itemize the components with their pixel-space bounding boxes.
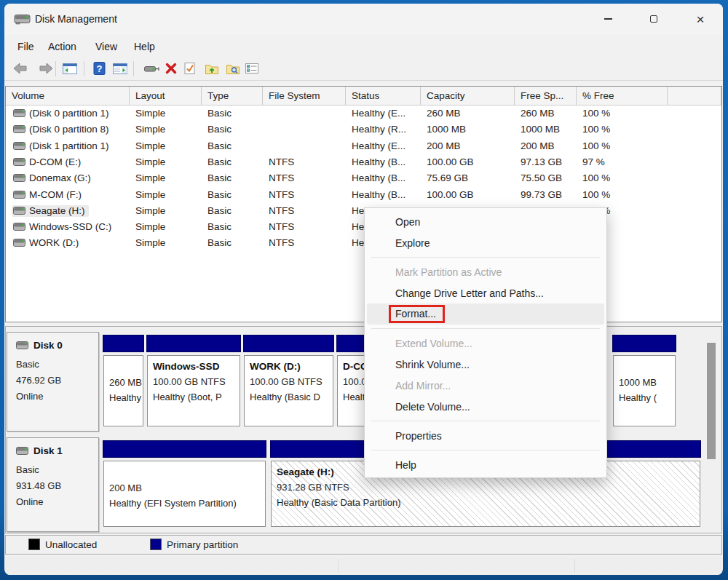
action-pane-toolbar-button[interactable] [111,59,130,78]
partition-info-line: 1000 MB [619,375,670,390]
folder-up-toolbar-button[interactable] [202,59,221,78]
column-header-file-system[interactable]: File System [263,87,346,105]
context-menu-item-label: Help [395,459,416,471]
partition-info-line: Healthy (Boot, P [153,389,234,405]
maximize-button[interactable] [638,7,669,31]
cell-layout: Simple [130,106,202,122]
cell-type: Basic [202,106,263,122]
drive-icon [13,207,25,215]
context-menu-item-help[interactable]: Help [367,454,604,475]
cell-blank [668,138,721,154]
column-header-volume[interactable]: Volume [6,87,130,105]
delete-toolbar-button[interactable] [162,59,181,78]
device-properties-toolbar-button[interactable] [142,59,161,78]
volume-name-wrap: WORK (D:) [12,237,82,249]
folder-search-toolbar-button[interactable] [223,59,242,78]
column-header-type[interactable]: Type [202,87,263,105]
menu-file[interactable]: File [13,39,39,54]
column-header-layout[interactable]: Layout [130,87,202,105]
context-menu-item-label: Add Mirror... [395,380,451,392]
list-properties-toolbar-button[interactable] [242,59,261,78]
table-row[interactable]: D-COM (E:)SimpleBasicNTFSHealthy (B...10… [6,154,721,170]
context-menu-item-properties[interactable]: Properties [367,425,604,446]
vertical-scrollbar-thumb[interactable] [707,343,716,459]
partition-block[interactable]: Windows-SSD100.00 GB NTFSHealthy (Boot, … [146,332,241,432]
partition-body: WORK (D:)100.00 GB NTFSHealthy (Basic D [244,355,333,426]
table-row[interactable]: (Disk 0 partition 8)SimpleBasicHealthy (… [6,122,721,138]
toolbar-separator [55,61,56,76]
help-toolbar-button[interactable]: ? [90,59,108,78]
delete-icon [165,62,178,75]
cell-layout: Simple [130,203,202,219]
column-header-status[interactable]: Status [346,87,421,105]
disk-label-disk-1[interactable]: Disk 1Basic931.48 GBOnline [7,437,99,532]
disk-state: Online [16,494,98,510]
disk-icon [16,341,28,349]
cell-type: Basic [202,170,263,186]
cell-type: Basic [202,235,263,251]
partition-block[interactable]: 200 MBHealthy (EFI System Partition) [103,437,266,532]
legend-label: Unallocated [45,539,97,550]
context-menu-separator [365,325,606,333]
context-menu-separator [365,417,606,425]
cell-pct: 100 % [577,106,668,122]
cell-fs: NTFS [263,154,346,170]
cell-blank [668,219,721,235]
toolbar-separator [84,61,84,76]
cell-blank [668,170,721,186]
cell-layout: Simple [130,187,202,203]
partition-block[interactable]: WORK (D:)100.00 GB NTFSHealthy (Basic D [243,332,334,432]
table-row[interactable]: (Disk 0 partition 1)SimpleBasicHealthy (… [6,106,721,122]
partition-info-line: Healthy ( [619,390,670,405]
menu-view[interactable]: View [91,39,122,54]
forward-arrow-toolbar-button[interactable] [36,59,55,78]
table-row[interactable]: M-COM (F:)SimpleBasicNTFSHealthy (B...10… [6,187,721,203]
table-row[interactable]: (Disk 1 partition 1)SimpleBasicHealthy (… [6,138,721,154]
title-bar: Disk Management × [4,4,723,35]
partition-info-line: 260 MB [109,375,138,390]
column-header-label: Layout [135,90,165,101]
close-button[interactable]: × [685,7,716,31]
cell-volume: WORK (D:) [6,235,130,251]
volume-name-wrap: Windows-SSD (C:) [12,221,115,233]
check-document-toolbar-button[interactable] [180,59,199,78]
legend-item-unallocated: Unallocated [28,539,97,550]
context-menu-item-format[interactable]: Format... [367,303,604,325]
partition-block[interactable]: 1000 MBHealthy ( [612,332,676,432]
column-header-free-sp-[interactable]: Free Sp... [515,87,577,105]
drive-icon [13,223,25,231]
disk-label-disk-0[interactable]: Disk 0Basic476.92 GBOnline [7,332,99,432]
context-menu-item-open[interactable]: Open [367,211,604,232]
table-row[interactable]: Donemax (G:)SimpleBasicNTFSHealthy (B...… [6,170,721,186]
volume-name: Windows-SSD (C:) [29,221,111,232]
context-menu-item-shrink-volume[interactable]: Shrink Volume... [367,354,604,375]
context-menu-item-change-drive-letter-and-paths[interactable]: Change Drive Letter and Paths... [367,282,604,303]
legend-label: Primary partition [167,539,238,550]
menu-action[interactable]: Action [44,39,81,54]
partition-info-line: Healthy (EFI System Partition) [109,496,260,511]
context-menu-item-label: Mark Partition as Active [395,266,502,278]
column-header-capacity[interactable]: Capacity [421,87,515,105]
column-header-label: Free Sp... [521,90,563,101]
cell-type: Basic [202,203,263,219]
cell-capacity: 100.00 GB [421,187,515,203]
column-header-blank[interactable] [668,87,721,105]
column-header--free[interactable]: % Free [577,87,668,105]
context-menu-item-label: Change Drive Letter and Paths... [395,287,544,299]
back-arrow-toolbar-button[interactable] [11,59,30,78]
context-menu-item-delete-volume[interactable]: Delete Volume... [367,396,604,417]
cell-capacity: 75.69 GB [421,170,515,186]
context-menu-item-label: Extend Volume... [395,338,472,349]
partition-block[interactable]: 260 MBHealthy (EFI [103,332,144,432]
partition-info-line: Healthy (Basic D [250,389,328,405]
context-menu-separator [365,253,606,261]
menu-help[interactable]: Help [130,39,159,54]
screen-background: Disk Management × FileActionViewHelp ? V… [0,0,728,580]
cell-type: Basic [202,219,263,235]
cell-layout: Simple [130,170,202,186]
cell-volume: Donemax (G:) [6,170,130,186]
console-tree-toolbar-button[interactable] [60,59,79,78]
cell-capacity: 200 MB [421,138,515,154]
minimize-button[interactable] [593,7,623,31]
context-menu-item-explore[interactable]: Explore [367,232,604,253]
